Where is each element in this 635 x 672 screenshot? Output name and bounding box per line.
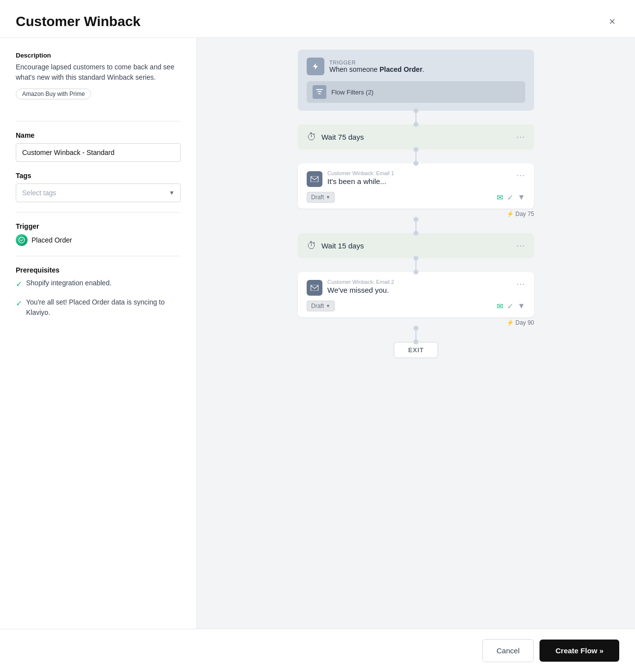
cancel-button[interactable]: Cancel <box>482 639 534 662</box>
email-2-draft-badge[interactable]: Draft ▼ <box>307 301 335 311</box>
trigger-section: Trigger Placed Order <box>16 222 181 246</box>
connector-dot-6 <box>413 231 418 236</box>
trigger-post: . <box>422 65 424 73</box>
flow-container: Trigger When someone Placed Order. <box>298 50 534 358</box>
email-2-actions: ✉ ✓ ▼ <box>497 302 525 311</box>
modal-header: Customer Winback × <box>0 0 635 38</box>
check-icon-2: ✓ <box>16 298 22 309</box>
connector-dot-4 <box>413 161 418 166</box>
modal: Customer Winback × Description Encourage… <box>0 0 635 672</box>
wait-left-1: ⏱ Wait 75 days <box>307 131 364 143</box>
modal-footer: Cancel Create Flow » <box>0 629 635 672</box>
clock-icon-1: ⏱ <box>307 131 317 143</box>
trigger-block-header: Trigger When someone Placed Order. <box>307 58 525 75</box>
divider-1 <box>16 121 181 122</box>
day-text-1: Day 75 <box>515 211 534 217</box>
email-2-meta: Customer Winback: Email 2 We've missed y… <box>327 279 394 294</box>
prereq-text-1: Shopify integration enabled. <box>26 278 112 288</box>
connector-dot-9 <box>413 326 418 331</box>
email-1-subject: It's been a while... <box>327 177 394 185</box>
email-1-header: Customer Winback: Email 1 It's been a wh… <box>307 170 525 187</box>
email-1-footer: Draft ▼ ✉ ✓ ▼ <box>307 192 525 203</box>
prereq-item-2: ✓ You're all set! Placed Order data is s… <box>16 297 181 318</box>
trigger-bold: Placed Order <box>380 65 422 73</box>
trigger-block-text: Trigger When someone Placed Order. <box>329 60 424 73</box>
lightning-icon-2: ⚡ <box>507 319 514 326</box>
trigger-block-label: Trigger <box>329 60 424 65</box>
email-2-menu-button[interactable]: ··· <box>516 279 525 289</box>
left-panel: Description Encourage lapsed customers t… <box>0 38 197 629</box>
check-action-icon-1[interactable]: ✓ <box>507 193 513 202</box>
email-1-menu-button[interactable]: ··· <box>516 170 525 181</box>
connector-dot-10 <box>413 339 418 344</box>
prerequisites-label: Prerequisites <box>16 266 181 274</box>
trigger-block-main: When someone Placed Order. <box>329 65 424 73</box>
email-2-header: Customer Winback: Email 2 We've missed y… <box>307 279 525 296</box>
prereq-text-2: You're all set! Placed Order data is syn… <box>26 297 181 318</box>
divider-2 <box>16 212 181 213</box>
lightning-icon <box>307 58 324 75</box>
wait-1-menu-button[interactable]: ··· <box>516 132 525 142</box>
tags-dropdown[interactable]: Select tags <box>16 183 181 202</box>
description-text: Encourage lapsed customers to come back … <box>16 62 181 83</box>
name-label: Name <box>16 131 181 139</box>
connector-dot-2 <box>413 122 418 127</box>
email-block-2: Customer Winback: Email 2 We've missed y… <box>298 272 534 317</box>
modal-body: Description Encourage lapsed customers t… <box>0 38 635 629</box>
create-flow-button[interactable]: Create Flow » <box>540 640 619 662</box>
email-1-draft-badge[interactable]: Draft ▼ <box>307 192 335 203</box>
flow-filter-text: Flow Filters (2) <box>331 89 374 96</box>
email-1-meta: Customer Winback: Email 1 It's been a wh… <box>327 170 394 185</box>
close-button[interactable]: × <box>605 14 619 29</box>
email-2-subject: We've missed you. <box>327 286 394 294</box>
connector-2 <box>415 150 416 163</box>
modal-title: Customer Winback <box>16 14 140 30</box>
filter-icon <box>313 85 326 99</box>
amazon-badge: Amazon Buy with Prime <box>16 89 91 99</box>
connector-3 <box>415 219 416 233</box>
trigger-block: Trigger When someone Placed Order. <box>298 50 534 111</box>
day-text-2: Day 90 <box>515 319 534 326</box>
clock-icon-2: ⏱ <box>307 240 317 251</box>
connector-5 <box>415 328 416 342</box>
svg-point-0 <box>19 237 25 243</box>
check-action-icon-2[interactable]: ✓ <box>507 302 513 311</box>
tags-label: Tags <box>16 172 181 180</box>
svg-rect-3 <box>318 93 320 94</box>
connector-dot-8 <box>413 270 418 275</box>
trigger-name: Placed Order <box>32 236 72 244</box>
email-2-footer: Draft ▼ ✉ ✓ ▼ <box>307 301 525 311</box>
lightning-icon-1: ⚡ <box>507 211 514 217</box>
filter-action-icon-1[interactable]: ▼ <box>517 193 525 202</box>
filter-action-icon-2[interactable]: ▼ <box>517 302 525 310</box>
connector-dot-5 <box>413 217 418 222</box>
wait-text-2: Wait 15 days <box>321 242 364 250</box>
wait-2-menu-button[interactable]: ··· <box>516 241 525 251</box>
wait-block-2: ⏱ Wait 15 days ··· <box>298 233 534 258</box>
svg-rect-4 <box>311 176 318 182</box>
draft-chevron-1: ▼ <box>326 195 330 200</box>
tags-placeholder: Select tags <box>22 189 56 197</box>
trigger-label: Trigger <box>16 222 181 230</box>
connector-dot-3 <box>413 147 418 152</box>
email-2-meta-label: Customer Winback: Email 2 <box>327 279 394 285</box>
placed-order-icon <box>16 234 28 246</box>
svg-rect-1 <box>316 89 323 90</box>
connector-1 <box>415 111 416 124</box>
divider-3 <box>16 256 181 256</box>
flow-filter-row[interactable]: Flow Filters (2) <box>307 81 525 103</box>
draft-chevron-2: ▼ <box>326 304 330 308</box>
tags-field-group: Tags Select tags ▼ <box>16 172 181 202</box>
exit-label: EXIT <box>408 346 424 354</box>
svg-rect-5 <box>311 285 318 291</box>
name-input[interactable] <box>16 143 181 162</box>
email-check-icon-1[interactable]: ✉ <box>497 193 503 202</box>
wait-left-2: ⏱ Wait 15 days <box>307 240 364 251</box>
email-check-icon-2[interactable]: ✉ <box>497 302 503 311</box>
email-1-meta-label: Customer Winback: Email 1 <box>327 170 394 176</box>
prerequisites-section: Prerequisites ✓ Shopify integration enab… <box>16 266 181 318</box>
check-icon-1: ✓ <box>16 278 22 290</box>
email-1-actions: ✉ ✓ ▼ <box>497 193 525 202</box>
tags-select-wrapper: Select tags ▼ <box>16 183 181 202</box>
email-icon-2 <box>307 280 322 296</box>
